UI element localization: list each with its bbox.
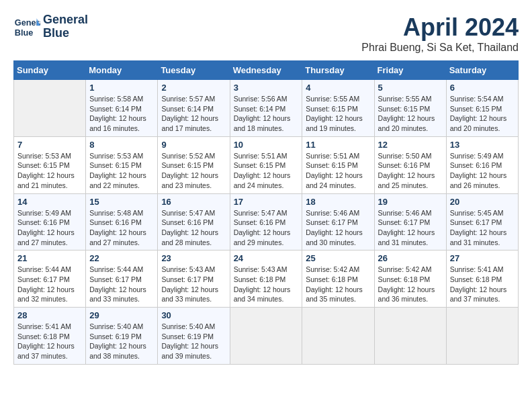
day-number: 1: [89, 83, 154, 93]
calendar-cell: 23Sunrise: 5:43 AMSunset: 6:17 PMDayligh…: [158, 250, 230, 308]
calendar-cell: 16Sunrise: 5:47 AMSunset: 6:16 PMDayligh…: [158, 193, 230, 250]
location-title: Phrai Bueng, Si Sa Ket, Thailand: [361, 42, 519, 54]
weekday-header: Wednesday: [230, 61, 302, 80]
calendar-cell: [230, 308, 302, 365]
day-info: Sunrise: 5:50 AMSunset: 6:16 PMDaylight:…: [378, 151, 443, 191]
day-number: 18: [306, 197, 370, 207]
calendar-cell: 6Sunrise: 5:54 AMSunset: 6:15 PMDaylight…: [446, 80, 518, 137]
day-number: 15: [89, 197, 154, 207]
calendar-week-row: 28Sunrise: 5:41 AMSunset: 6:18 PMDayligh…: [14, 308, 519, 365]
day-number: 26: [378, 253, 443, 263]
calendar-cell: 14Sunrise: 5:49 AMSunset: 6:16 PMDayligh…: [14, 193, 86, 250]
day-number: 9: [161, 140, 226, 150]
title-block: April 2024 Phrai Bueng, Si Sa Ket, Thail…: [361, 13, 519, 54]
day-info: Sunrise: 5:55 AMSunset: 6:15 PMDaylight:…: [306, 94, 370, 134]
day-info: Sunrise: 5:51 AMSunset: 6:15 PMDaylight:…: [306, 151, 370, 191]
calendar-cell: [14, 80, 86, 137]
day-info: Sunrise: 5:47 AMSunset: 6:16 PMDaylight:…: [161, 208, 226, 248]
calendar-cell: 7Sunrise: 5:53 AMSunset: 6:15 PMDaylight…: [14, 136, 86, 193]
calendar-week-row: 21Sunrise: 5:44 AMSunset: 6:17 PMDayligh…: [14, 250, 519, 308]
calendar-cell: 15Sunrise: 5:48 AMSunset: 6:16 PMDayligh…: [86, 193, 158, 250]
day-number: 11: [306, 140, 370, 150]
calendar-week-row: 14Sunrise: 5:49 AMSunset: 6:16 PMDayligh…: [14, 193, 519, 250]
calendar-cell: 29Sunrise: 5:40 AMSunset: 6:19 PMDayligh…: [86, 308, 158, 365]
calendar-cell: [302, 308, 374, 365]
day-number: 3: [234, 83, 299, 93]
day-number: 21: [17, 253, 82, 263]
day-info: Sunrise: 5:40 AMSunset: 6:19 PMDaylight:…: [161, 322, 226, 361]
calendar-cell: 24Sunrise: 5:43 AMSunset: 6:18 PMDayligh…: [230, 250, 302, 308]
day-number: 25: [306, 253, 370, 263]
calendar-cell: 4Sunrise: 5:55 AMSunset: 6:15 PMDaylight…: [302, 80, 374, 137]
day-info: Sunrise: 5:43 AMSunset: 6:18 PMDaylight:…: [234, 265, 299, 304]
day-number: 16: [161, 197, 226, 207]
day-info: Sunrise: 5:58 AMSunset: 6:14 PMDaylight:…: [89, 94, 154, 134]
calendar-cell: 10Sunrise: 5:51 AMSunset: 6:15 PMDayligh…: [230, 136, 302, 193]
calendar-cell: 9Sunrise: 5:52 AMSunset: 6:15 PMDaylight…: [158, 136, 230, 193]
calendar-cell: 2Sunrise: 5:57 AMSunset: 6:14 PMDaylight…: [158, 80, 230, 137]
calendar-cell: [374, 308, 446, 365]
calendar-cell: 13Sunrise: 5:49 AMSunset: 6:16 PMDayligh…: [446, 136, 518, 193]
calendar-cell: 18Sunrise: 5:46 AMSunset: 6:17 PMDayligh…: [302, 193, 374, 250]
calendar-cell: 25Sunrise: 5:42 AMSunset: 6:18 PMDayligh…: [302, 250, 374, 308]
day-info: Sunrise: 5:56 AMSunset: 6:14 PMDaylight:…: [234, 94, 299, 134]
calendar-cell: 21Sunrise: 5:44 AMSunset: 6:17 PMDayligh…: [14, 250, 86, 308]
calendar-cell: 26Sunrise: 5:42 AMSunset: 6:18 PMDayligh…: [374, 250, 446, 308]
day-info: Sunrise: 5:49 AMSunset: 6:16 PMDaylight:…: [17, 208, 82, 248]
calendar-cell: 12Sunrise: 5:50 AMSunset: 6:16 PMDayligh…: [374, 136, 446, 193]
day-info: Sunrise: 5:45 AMSunset: 6:17 PMDaylight:…: [450, 208, 515, 248]
svg-text:Blue: Blue: [15, 28, 34, 38]
day-info: Sunrise: 5:54 AMSunset: 6:15 PMDaylight:…: [450, 94, 515, 134]
calendar-week-row: 7Sunrise: 5:53 AMSunset: 6:15 PMDaylight…: [14, 136, 519, 193]
calendar-cell: 30Sunrise: 5:40 AMSunset: 6:19 PMDayligh…: [158, 308, 230, 365]
day-number: 8: [89, 140, 154, 150]
day-number: 30: [161, 310, 226, 320]
day-number: 19: [378, 197, 443, 207]
calendar-cell: 20Sunrise: 5:45 AMSunset: 6:17 PMDayligh…: [446, 193, 518, 250]
calendar-cell: 28Sunrise: 5:41 AMSunset: 6:18 PMDayligh…: [14, 308, 86, 365]
calendar-cell: 5Sunrise: 5:55 AMSunset: 6:15 PMDaylight…: [374, 80, 446, 137]
calendar-cell: 8Sunrise: 5:53 AMSunset: 6:15 PMDaylight…: [86, 136, 158, 193]
day-number: 12: [378, 140, 443, 150]
weekday-header-row: SundayMondayTuesdayWednesdayThursdayFrid…: [14, 61, 519, 80]
day-info: Sunrise: 5:42 AMSunset: 6:18 PMDaylight:…: [378, 265, 443, 304]
day-info: Sunrise: 5:43 AMSunset: 6:17 PMDaylight:…: [161, 265, 226, 304]
logo-text: General Blue: [43, 13, 88, 40]
day-number: 29: [89, 310, 154, 320]
day-info: Sunrise: 5:55 AMSunset: 6:15 PMDaylight:…: [378, 94, 443, 134]
logo-line1: General: [43, 13, 88, 27]
day-number: 10: [234, 140, 299, 150]
day-info: Sunrise: 5:53 AMSunset: 6:15 PMDaylight:…: [89, 151, 154, 191]
day-info: Sunrise: 5:53 AMSunset: 6:15 PMDaylight:…: [17, 151, 82, 191]
day-info: Sunrise: 5:57 AMSunset: 6:14 PMDaylight:…: [161, 94, 226, 134]
day-number: 2: [161, 83, 226, 93]
day-number: 4: [306, 83, 370, 93]
day-info: Sunrise: 5:40 AMSunset: 6:19 PMDaylight:…: [89, 322, 154, 361]
day-info: Sunrise: 5:44 AMSunset: 6:17 PMDaylight:…: [17, 265, 82, 304]
day-number: 13: [450, 140, 515, 150]
day-info: Sunrise: 5:41 AMSunset: 6:18 PMDaylight:…: [17, 322, 82, 361]
day-info: Sunrise: 5:51 AMSunset: 6:15 PMDaylight:…: [234, 151, 299, 191]
day-number: 27: [450, 253, 515, 263]
day-number: 7: [17, 140, 82, 150]
calendar-cell: 11Sunrise: 5:51 AMSunset: 6:15 PMDayligh…: [302, 136, 374, 193]
day-number: 5: [378, 83, 443, 93]
day-info: Sunrise: 5:44 AMSunset: 6:17 PMDaylight:…: [89, 265, 154, 304]
day-number: 28: [17, 310, 82, 320]
day-number: 14: [17, 197, 82, 207]
weekday-header: Friday: [374, 61, 446, 80]
calendar-week-row: 1Sunrise: 5:58 AMSunset: 6:14 PMDaylight…: [14, 80, 519, 137]
day-number: 22: [89, 253, 154, 263]
weekday-header: Monday: [86, 61, 158, 80]
day-info: Sunrise: 5:42 AMSunset: 6:18 PMDaylight:…: [306, 265, 370, 304]
month-title: April 2024: [361, 13, 519, 42]
svg-text:General: General: [15, 17, 40, 28]
day-number: 23: [161, 253, 226, 263]
calendar-cell: 27Sunrise: 5:41 AMSunset: 6:18 PMDayligh…: [446, 250, 518, 308]
day-info: Sunrise: 5:46 AMSunset: 6:17 PMDaylight:…: [306, 208, 370, 248]
weekday-header: Saturday: [446, 61, 518, 80]
weekday-header: Thursday: [302, 61, 374, 80]
calendar-cell: 3Sunrise: 5:56 AMSunset: 6:14 PMDaylight…: [230, 80, 302, 137]
day-info: Sunrise: 5:52 AMSunset: 6:15 PMDaylight:…: [161, 151, 226, 191]
logo-icon: General Blue: [13, 13, 40, 40]
